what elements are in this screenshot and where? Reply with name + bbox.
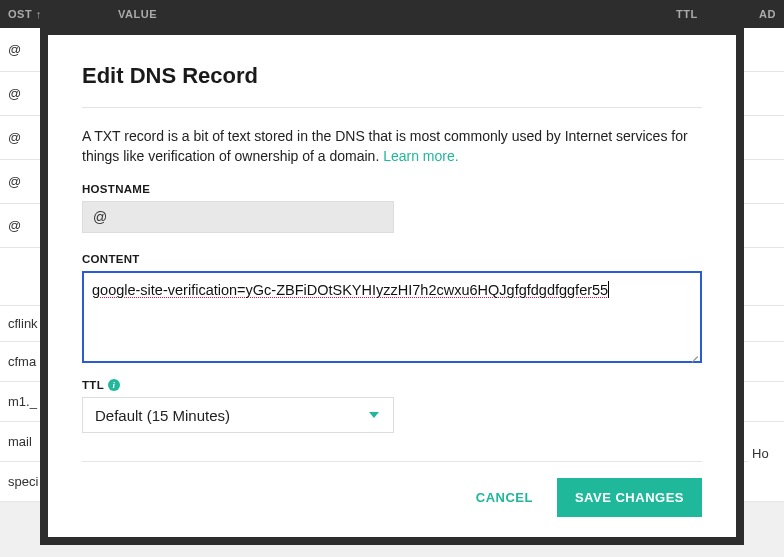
- modal-title: Edit DNS Record: [82, 63, 702, 89]
- hostname-label: HOSTNAME: [82, 183, 702, 195]
- hostname-input: [82, 201, 394, 234]
- row-right-fragment: Ho: [748, 424, 784, 482]
- table-header: OST ↑ VALUE TTL AD: [0, 0, 784, 28]
- modal-footer: CANCEL SAVE CHANGES: [82, 478, 702, 517]
- chevron-down-icon: [369, 412, 379, 418]
- divider: [82, 461, 702, 462]
- save-changes-button[interactable]: SAVE CHANGES: [557, 478, 702, 517]
- modal-overlay: Edit DNS Record A TXT record is a bit of…: [40, 27, 744, 545]
- ttl-select[interactable]: Default (15 Minutes): [82, 397, 394, 433]
- content-label: CONTENT: [82, 253, 702, 265]
- learn-more-link[interactable]: Learn more.: [383, 148, 458, 164]
- content-textarea[interactable]: google-site-verification=yGc-ZBFiDOtSKYH…: [82, 271, 702, 363]
- info-icon[interactable]: i: [108, 379, 120, 391]
- col-header-ttl: TTL: [666, 8, 746, 20]
- resize-handle-icon[interactable]: [688, 349, 698, 359]
- col-header-add: AD: [746, 8, 776, 20]
- col-header-value: VALUE: [58, 8, 666, 20]
- ttl-label: TTL i: [82, 379, 702, 391]
- cancel-button[interactable]: CANCEL: [470, 480, 539, 515]
- modal-description: A TXT record is a bit of text stored in …: [82, 126, 702, 167]
- divider: [82, 107, 702, 108]
- edit-dns-record-modal: Edit DNS Record A TXT record is a bit of…: [48, 35, 736, 537]
- ttl-selected-value: Default (15 Minutes): [95, 407, 230, 424]
- col-header-host[interactable]: OST ↑: [8, 8, 58, 20]
